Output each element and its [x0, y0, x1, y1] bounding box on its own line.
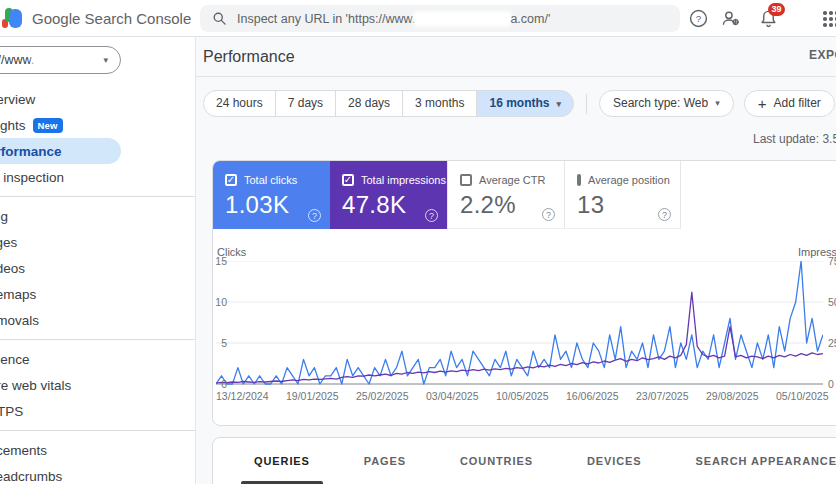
help-icon[interactable]: ? [425, 209, 438, 222]
sidebar-item-label: Insights [0, 118, 26, 133]
divider [586, 94, 587, 114]
search-type-filter[interactable]: Search type: Web ▾ [599, 90, 734, 117]
export-button[interactable]: EXPORT [802, 47, 836, 62]
user-settings-icon[interactable] [721, 9, 740, 28]
axis-tick-label: 500 [828, 296, 836, 308]
axis-tick-label: 10 [214, 296, 227, 308]
plus-icon: + [758, 91, 767, 116]
sidebar-item-videos[interactable]: Videos [0, 255, 196, 281]
url-inspect-search-input[interactable]: Inspect any URL in 'https://www.a.com/' [200, 5, 680, 32]
checked-checkbox-icon[interactable]: ✓ [225, 174, 237, 186]
sidebar-item-sitemaps[interactable]: Sitemaps [0, 281, 196, 307]
tab-pages[interactable]: PAGES [337, 438, 433, 484]
help-icon[interactable]: ? [308, 209, 321, 222]
date-tick-label: 16/06/2025 [566, 390, 619, 402]
performance-panel: ✓Total clicks1.03K?✓Total impressions47.… [212, 160, 836, 426]
chevron-down-icon: ▾ [715, 91, 720, 116]
property-selector[interactable]: https://www. ▾ [0, 46, 121, 74]
unchecked-checkbox-icon[interactable] [577, 174, 581, 186]
sidebar-item-label: Removals [0, 313, 39, 328]
sidebar-item-label: Overview [0, 92, 35, 107]
date-tick-label: 25/02/2025 [356, 390, 409, 402]
metric-card-total-clicks[interactable]: ✓Total clicks1.03K? [213, 161, 330, 229]
chevron-down-icon: ▾ [103, 55, 108, 65]
new-badge: New [33, 118, 63, 133]
metric-value: 47.8K [342, 191, 435, 219]
sidebar-divider [0, 339, 196, 340]
sidebar-item-url-inspection[interactable]: URL inspection [0, 164, 196, 190]
help-icon[interactable]: ? [689, 9, 708, 28]
title-bar: Performance EXPORT [196, 37, 836, 77]
sidebar-item-label: Indexing [0, 209, 8, 224]
tab-countries[interactable]: COUNTRIES [433, 438, 560, 484]
range-button-28-days[interactable]: 28 days [335, 90, 403, 117]
unchecked-checkbox-icon[interactable] [460, 174, 472, 186]
apps-grid-icon[interactable] [823, 11, 836, 30]
sidebar-item-label: Enhancements [0, 443, 47, 458]
page-title: Performance [203, 48, 295, 66]
date-tick-label: 05/10/2025 [776, 390, 829, 402]
sidebar-nav: OverviewInsightsNewPerformanceURL inspec… [0, 86, 196, 484]
app-logo: Google Search Console [2, 8, 191, 29]
sidebar-item-label: Experience [0, 352, 30, 367]
sidebar-item-indexing: Indexing [0, 203, 196, 229]
help-icon[interactable]: ? [658, 208, 671, 221]
property-url: https://www. [0, 53, 80, 67]
sidebar-item-label: HTTPS [0, 404, 23, 419]
axis-tick-label: 0 [828, 378, 834, 390]
dimensions-panel: QUERIESPAGESCOUNTRIESDEVICESSEARCH APPEA… [212, 437, 836, 484]
notification-count-badge: 39 [768, 3, 785, 16]
redacted-property-domain [34, 54, 80, 66]
search-icon [212, 11, 227, 26]
tab-queries[interactable]: QUERIES [227, 438, 337, 484]
metric-label: Average position [588, 174, 670, 186]
metric-label: Average CTR [479, 174, 545, 186]
tab-devices[interactable]: DEVICES [560, 438, 669, 484]
date-tick-label: 23/07/2025 [636, 390, 689, 402]
filter-row: 24 hours7 days28 days3 months16 months▾ … [203, 90, 836, 117]
sidebar-item-https[interactable]: HTTPS [0, 398, 196, 424]
range-button-24-hours[interactable]: 24 hours [203, 90, 276, 117]
dimension-tabs: QUERIESPAGESCOUNTRIESDEVICESSEARCH APPEA… [213, 438, 836, 484]
metric-label: Total impressions [361, 174, 446, 186]
axis-tick-label: 750 [828, 255, 836, 267]
chevron-down-icon: ▾ [556, 99, 561, 109]
performance-chart[interactable] [216, 261, 823, 385]
axis-tick-label: 0 [214, 378, 227, 390]
sidebar-item-label: Videos [0, 261, 25, 276]
notifications-bell-icon[interactable]: 39 [759, 9, 778, 28]
app-title: Google Search Console [32, 10, 191, 27]
export-label: EXPORT [809, 48, 836, 62]
metric-card-average-ctr[interactable]: Average CTR2.2%? [447, 161, 564, 229]
range-button-3-months[interactable]: 3 months [402, 90, 477, 117]
redacted-domain [415, 13, 510, 25]
search-placeholder: Inspect any URL in 'https://www.a.com/' [237, 12, 550, 26]
sidebar-item-label: Core web vitals [0, 378, 71, 393]
tab-search-appearance[interactable]: SEARCH APPEARANCE [669, 438, 836, 484]
range-button-7-days[interactable]: 7 days [275, 90, 336, 117]
axis-tick-label: 5 [214, 337, 227, 349]
sidebar-item-removals[interactable]: Removals [0, 307, 196, 333]
metric-cards: ✓Total clicks1.03K?✓Total impressions47.… [213, 161, 836, 229]
metric-card-total-impressions[interactable]: ✓Total impressions47.8K? [330, 161, 447, 229]
help-icon[interactable]: ? [542, 208, 555, 221]
axis-tick-label: 250 [828, 337, 836, 349]
date-tick-label: 19/01/2025 [286, 390, 339, 402]
sidebar-item-experience: Experience [0, 346, 196, 372]
sidebar-item-label: Sitemaps [0, 287, 36, 302]
search-console-logo-icon [2, 8, 23, 29]
sidebar-divider [0, 430, 196, 431]
range-button-16-months[interactable]: 16 months▾ [476, 90, 574, 117]
add-filter-label: Add filter [773, 91, 820, 116]
metric-card-average-position[interactable]: Average position13? [564, 161, 681, 229]
sidebar-item-breadcrumbs[interactable]: Breadcrumbs [0, 463, 196, 484]
sidebar-item-pages[interactable]: Pages [0, 229, 196, 255]
sidebar-item-overview[interactable]: Overview [0, 86, 196, 112]
sidebar-item-performance[interactable]: Performance [0, 138, 121, 164]
date-tick-label: 10/05/2025 [496, 390, 549, 402]
sidebar-item-core-web-vitals[interactable]: Core web vitals [0, 372, 196, 398]
checked-checkbox-icon[interactable]: ✓ [342, 174, 354, 186]
add-filter-button[interactable]: + Add filter [744, 90, 835, 117]
metric-value: 1.03K [225, 191, 318, 219]
sidebar-item-insights[interactable]: InsightsNew [0, 112, 196, 138]
